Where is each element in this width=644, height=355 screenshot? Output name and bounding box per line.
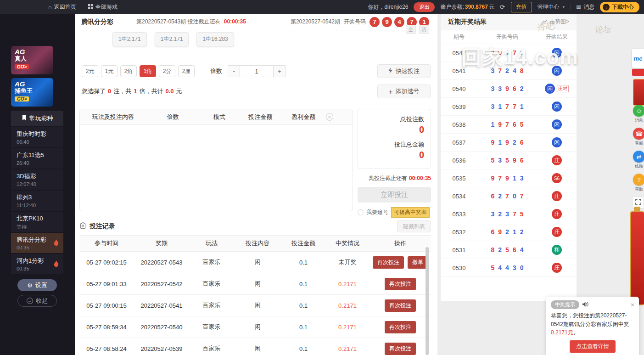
service-widget-0[interactable]: ☺消息 xyxy=(632,105,644,124)
signin-banner-widget[interactable] xyxy=(633,79,644,106)
sidebar-item-1[interactable]: 广东11选526:40 xyxy=(11,148,63,169)
multiplier-increase-button[interactable]: + xyxy=(273,65,286,77)
record-cell: 0.1 xyxy=(281,302,325,309)
sidebar-item-5[interactable]: 腾讯分分彩00:35 xyxy=(11,233,63,253)
sidebar-item-3[interactable]: 排列311:12:40 xyxy=(11,191,63,211)
speaker-icon[interactable] xyxy=(582,301,589,309)
hide-list-button[interactable]: 隐藏列表 xyxy=(397,220,431,232)
ag-live-banner[interactable]: AG 真人 GO> xyxy=(11,46,53,74)
service-widget-2[interactable]: ⇄线路 xyxy=(632,151,644,169)
result-outcome: S6 xyxy=(537,173,577,183)
amount-option-4[interactable]: 2分 xyxy=(159,65,175,77)
amount-option-1[interactable]: 1元 xyxy=(101,65,118,77)
cancel-order-button[interactable]: 撤单 xyxy=(408,256,428,269)
bet-slip-table: 玩法及投注内容倍数模式投注金额盈利金额× xyxy=(79,109,353,211)
result-digit: 1 xyxy=(513,175,516,182)
promo-tag-widget[interactable] xyxy=(632,69,644,76)
rebet-button[interactable]: 再次投注 xyxy=(385,278,416,290)
promo-scroll-banner[interactable] xyxy=(630,211,644,305)
result-row-0540: 054033962闲庄对 xyxy=(441,80,577,98)
refresh-balance-icon[interactable]: ⟳ xyxy=(500,3,505,11)
result-digit: 1 xyxy=(498,139,502,146)
select-all-button[interactable]: 全 xyxy=(406,25,416,34)
result-row-0535: 053597913S6 xyxy=(441,169,577,187)
service-widget-3[interactable]: ?帮助 xyxy=(632,174,644,192)
ag-fishing-banner[interactable]: AG 捕鱼王 GO> xyxy=(11,78,53,107)
trend-label: 走势图> xyxy=(549,18,569,26)
result-digit: 7 xyxy=(498,67,502,74)
bet-now-button[interactable]: 立即投注 xyxy=(358,187,431,203)
sidebar-item-2[interactable]: 3D福彩12:07:40 xyxy=(11,169,63,190)
amount-option-0[interactable]: 2元 xyxy=(82,65,98,77)
settings-button[interactable]: ⚙ 设置 xyxy=(17,279,57,291)
add-selection-label: 添加选号 xyxy=(395,87,419,96)
win-notice-message: 恭喜您，您投注的第20220527-0542期腾讯分分彩百家乐闲中奖0.2171… xyxy=(551,311,634,337)
sidebar-item-6[interactable]: 河内1分彩00:35 xyxy=(11,254,63,274)
recharge-link[interactable]: 充值 xyxy=(511,2,532,12)
record-result: 0.2171 xyxy=(325,345,370,352)
rebet-button[interactable]: 再次投注 xyxy=(385,299,416,312)
add-selection-button[interactable]: + 添加选号 xyxy=(377,85,431,98)
result-row-0530: 053054430庄 xyxy=(441,259,577,277)
record-cell: 20220527-0539 xyxy=(134,345,190,352)
result-digit: 2 xyxy=(498,192,502,200)
result-row-0539: 053931771闲 xyxy=(441,98,577,116)
close-icon[interactable]: × xyxy=(631,302,634,308)
record-cell: 闲 xyxy=(234,280,281,288)
records-scrollbar[interactable] xyxy=(426,247,429,355)
result-number-2: 4 xyxy=(394,17,404,27)
record-row-2: 05-27 09:00:1520220527-0541百家乐闲0.10.2171… xyxy=(79,295,431,316)
service-label: 消息 xyxy=(635,118,643,124)
messages-link[interactable]: ✉ 消息 xyxy=(576,3,594,11)
logout-button[interactable]: 退出 xyxy=(414,2,435,12)
clear-slip-icon[interactable]: × xyxy=(326,113,333,121)
service-widget-1[interactable]: ☎客服 xyxy=(632,128,644,147)
trend-chart-link[interactable]: 走势图> xyxy=(542,18,569,26)
record-result: 0.2171 xyxy=(325,281,370,287)
amount-option-3[interactable]: 1角 xyxy=(140,65,156,77)
record-cell: 20220527-0543 xyxy=(134,259,190,266)
result-digits: 54430 xyxy=(477,264,537,271)
result-digit: 1 xyxy=(520,103,524,110)
records-header-2: 玩法 xyxy=(190,239,234,248)
rebet-button[interactable]: 再次投注 xyxy=(385,343,416,355)
all-games-link[interactable]: 全部游戏 xyxy=(88,3,118,11)
result-label: 开奖号码 xyxy=(344,18,366,26)
promo-logo-widget[interactable]: mc xyxy=(632,49,644,68)
outcome-badge: 闲 xyxy=(552,137,562,147)
result-digit: 7 xyxy=(498,175,502,182)
view-details-button[interactable]: 点击查看详情 xyxy=(570,340,616,353)
quick-bet-button[interactable]: 快速投注 xyxy=(377,64,431,78)
result-row-0534: 053462707庄 xyxy=(441,187,577,205)
home-link[interactable]: ⌂ 返回首页 xyxy=(48,3,76,11)
odds-tab-2[interactable]: 1中16.283 xyxy=(196,32,234,46)
ag-fishing-go-button[interactable]: GO> xyxy=(15,96,29,101)
rebet-button[interactable]: 再次投注 xyxy=(373,256,404,269)
admin-center-menu[interactable]: 管理中心▾ xyxy=(538,3,565,11)
multiplier-input[interactable] xyxy=(240,65,273,77)
odds-tab-1[interactable]: 1中2.171 xyxy=(155,32,189,46)
result-digit: 6 xyxy=(513,85,516,92)
chase-radio[interactable] xyxy=(358,209,364,215)
amount-option-5[interactable]: 2厘 xyxy=(178,65,195,77)
sidebar-item-4[interactable]: 北京PK10等待 xyxy=(11,212,63,232)
ag-fishing-brand: AG xyxy=(15,80,50,88)
ag-live-go-button[interactable]: GO> xyxy=(15,64,29,69)
rebet-button[interactable]: 再次投注 xyxy=(385,321,416,333)
record-row-0: 05-27 09:02:1520220527-0543百家乐闲0.1未开奖再次投… xyxy=(79,252,431,273)
multiplier-decrease-button[interactable]: - xyxy=(228,65,240,77)
result-digit: 4 xyxy=(498,264,502,271)
result-outcome: 闲 xyxy=(537,101,577,112)
clear-button[interactable]: 清 xyxy=(419,25,429,34)
amount-option-2[interactable]: 2角 xyxy=(120,65,137,77)
close-deadline-timer: 00:00:35 xyxy=(409,175,431,181)
result-digit: 6 xyxy=(513,121,516,128)
messages-label: 消息 xyxy=(583,3,594,11)
collapse-button[interactable]: ← 收起 xyxy=(17,295,57,307)
sidebar-item-0[interactable]: 重庆时时彩06:40 xyxy=(11,127,63,147)
result-digit: 2 xyxy=(520,85,524,92)
records-table-header: 参与时间奖期玩法投注内容投注金额中奖情况操作 xyxy=(79,235,431,252)
close-deadline: 离投注截止还有00:00:35 xyxy=(358,175,431,182)
odds-tab-0[interactable]: 1中2.171 xyxy=(112,32,147,46)
download-center-button[interactable]: ↓ 下載中心 xyxy=(600,2,639,12)
